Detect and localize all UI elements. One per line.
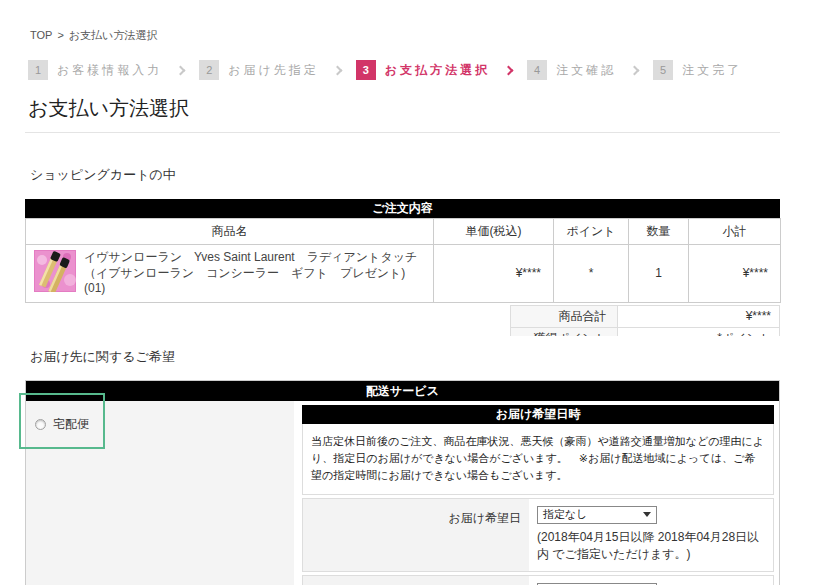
col-quantity: 数量 bbox=[629, 219, 689, 245]
product-name-cell: イヴサンローラン Yves Saint Laurent ラディアントタッチ （イ… bbox=[26, 245, 434, 303]
col-points: ポイント bbox=[554, 219, 629, 245]
breadcrumb-separator: > bbox=[57, 29, 63, 41]
delivery-date-label: お届け希望日 bbox=[303, 499, 529, 571]
delivery-date-field: 指定なし (2018年04月15日以降 2018年04月28日以内 でご指定いた… bbox=[529, 499, 773, 571]
order-columns-row: 商品名 単価(税込) ポイント 数量 小計 bbox=[26, 219, 781, 245]
delivery-table-header: 配送サービス bbox=[26, 381, 779, 401]
step-number: 1 bbox=[28, 60, 48, 80]
step-payment-method-active: 3 お支払方法選択 bbox=[356, 60, 490, 80]
page-title: お支払い方法選択 bbox=[28, 95, 820, 122]
step-order-complete: 5 注文完了 bbox=[653, 60, 742, 80]
step-number: 4 bbox=[527, 60, 547, 80]
col-unit-price: 単価(税込) bbox=[434, 219, 554, 245]
order-table: ご注文内容 商品名 単価(税込) ポイント 数量 小計 bbox=[25, 199, 780, 303]
summary-row-total: 商品合計 ¥**** bbox=[511, 305, 780, 327]
step-label: 注文完了 bbox=[682, 62, 742, 79]
takuhaibin-radio-label: 宅配便 bbox=[53, 416, 89, 433]
delivery-date-selected-value: 指定なし bbox=[543, 507, 588, 522]
dropdown-arrow-icon bbox=[643, 512, 651, 517]
col-subtotal: 小計 bbox=[689, 219, 781, 245]
step-number: 5 bbox=[653, 60, 673, 80]
breadcrumb: TOP>お支払い方法選択 bbox=[30, 28, 820, 43]
summary-total-label: 商品合計 bbox=[511, 305, 618, 327]
delivery-datetime-header: お届け希望日時 bbox=[302, 405, 774, 424]
product-code: (01) bbox=[84, 281, 105, 295]
delivery-service-table: 配送サービス 宅配便 お届け希望日時 当店定休日前後のご注文、商品在庫状況、悪天… bbox=[25, 380, 780, 585]
delivery-time-field: 指定なし bbox=[529, 576, 773, 585]
chevron-right-icon bbox=[332, 65, 342, 75]
order-product-row: イヴサンローラン Yves Saint Laurent ラディアントタッチ （イ… bbox=[26, 245, 781, 303]
chevron-right-icon bbox=[630, 65, 640, 75]
summary-points-label: 獲得ポイント bbox=[511, 327, 618, 336]
breadcrumb-home-link[interactable]: TOP bbox=[30, 29, 52, 41]
step-customer-info: 1 お客様情報入力 bbox=[28, 60, 162, 80]
summary-points-value: *ポイント bbox=[617, 327, 779, 336]
chevron-right-icon bbox=[504, 65, 514, 75]
step-label: お届け先指定 bbox=[228, 62, 319, 79]
shipping-method-cell: 宅配便 bbox=[26, 401, 294, 585]
delivery-time-row: お届け時間帯 指定なし bbox=[302, 575, 774, 585]
breadcrumb-current: お支払い方法選択 bbox=[69, 29, 158, 41]
summary-total-value: ¥**** bbox=[617, 305, 779, 327]
delivery-time-label: お届け時間帯 bbox=[303, 576, 529, 585]
step-number: 2 bbox=[199, 60, 219, 80]
order-summary: 商品合計 ¥**** 獲得ポイント *ポイント bbox=[510, 305, 780, 336]
summary-row-points: 獲得ポイント *ポイント bbox=[511, 327, 780, 336]
product-quantity: 1 bbox=[629, 245, 689, 303]
delivery-date-hint: (2018年04月15日以降 2018年04月28日以内 でご指定いただけます。… bbox=[537, 529, 765, 563]
cart-section-title: ショッピングカートの中 bbox=[30, 166, 820, 184]
delivery-datetime-panel: お届け希望日時 当店定休日前後のご注文、商品在庫状況、悪天候（豪雨）や道路交通量… bbox=[294, 401, 779, 585]
step-order-confirm: 4 注文確認 bbox=[527, 60, 616, 80]
step-label: お支払方法選択 bbox=[385, 62, 490, 79]
order-table-header: ご注文内容 bbox=[25, 199, 780, 218]
product-subtotal: ¥**** bbox=[689, 245, 781, 303]
product-unit-price: ¥**** bbox=[434, 245, 554, 303]
col-product-name: 商品名 bbox=[26, 219, 434, 245]
title-divider bbox=[25, 132, 780, 133]
delivery-date-row: お届け希望日 指定なし (2018年04月15日以降 2018年04月28日以内… bbox=[302, 498, 774, 572]
step-shipping-address: 2 お届け先指定 bbox=[199, 60, 319, 80]
step-number: 3 bbox=[356, 60, 376, 80]
step-label: お客様情報入力 bbox=[57, 62, 162, 79]
checkout-page: TOP>お支払い方法選択 1 お客様情報入力 2 お届け先指定 3 お支払方法選… bbox=[0, 28, 820, 585]
chevron-right-icon bbox=[176, 65, 186, 75]
checkout-steps: 1 お客様情報入力 2 お届け先指定 3 お支払方法選択 4 注文確認 5 注文… bbox=[28, 60, 820, 80]
delivery-section-title: お届け先に関するご希望 bbox=[30, 348, 820, 366]
shipping-method-option[interactable]: 宅配便 bbox=[35, 416, 294, 433]
product-name: イヴサンローラン Yves Saint Laurent ラディアントタッチ （イ… bbox=[84, 250, 425, 297]
product-points: * bbox=[554, 245, 629, 303]
product-thumbnail bbox=[34, 250, 76, 292]
step-label: 注文確認 bbox=[556, 62, 616, 79]
takuhaibin-radio[interactable] bbox=[35, 419, 46, 430]
delivery-date-select[interactable]: 指定なし bbox=[537, 506, 657, 524]
delivery-notice: 当店定休日前後のご注文、商品在庫状況、悪天候（豪雨）や道路交通量増加などの理由に… bbox=[302, 424, 774, 495]
